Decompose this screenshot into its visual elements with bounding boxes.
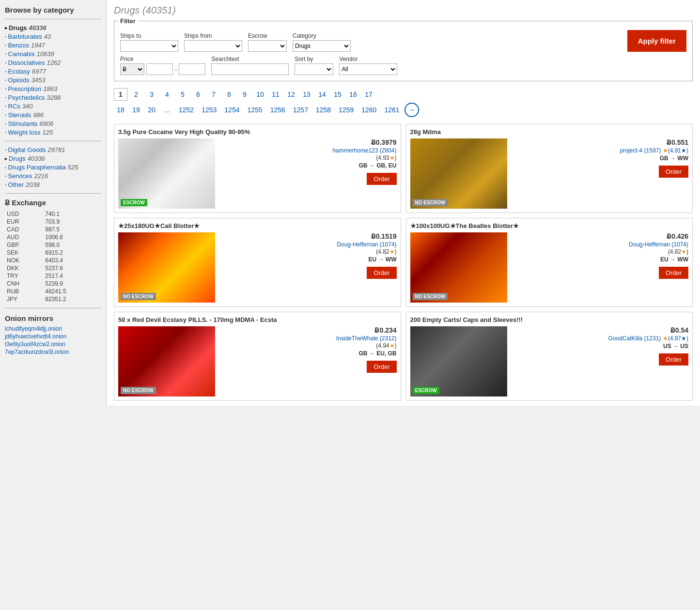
page-link[interactable]: 1259 bbox=[336, 104, 357, 116]
page-link[interactable]: 1256 bbox=[267, 104, 288, 116]
currency-rate: 6403.4 bbox=[43, 257, 101, 264]
page-link[interactable]: 14 bbox=[315, 89, 329, 100]
onion-link[interactable]: lchudifyeqm4ldjj.onion bbox=[5, 325, 101, 332]
sidebar-item-rcs[interactable]: ◦ RCs 340 bbox=[5, 103, 101, 110]
filter-legend: Filter bbox=[118, 17, 138, 25]
sidebar-item-secondary-drugs[interactable]: ▸ Drugs 40336 bbox=[5, 155, 101, 162]
order-button[interactable]: Order bbox=[659, 353, 688, 366]
product-card: ★25x180UG★Cali Blotter★ NO ESCROW Ƀ0.151… bbox=[114, 218, 401, 307]
currency-code: NOK bbox=[5, 257, 43, 264]
order-button[interactable]: Order bbox=[367, 173, 396, 185]
sidebar-item-cannabis[interactable]: ◦ Cannabis 10839 bbox=[5, 50, 101, 58]
sidebar-item-psychedelics[interactable]: ◦ Psychedelics 3288 bbox=[5, 94, 101, 101]
page-link[interactable]: 1261 bbox=[381, 104, 402, 116]
sidebar-item-secondary-other[interactable]: ◦ Other 2038 bbox=[5, 181, 101, 188]
product-vendor[interactable]: Doug-Heffernan (1074) bbox=[219, 241, 397, 248]
page-link[interactable]: 1253 bbox=[199, 104, 219, 116]
sidebar-item-dissociatives[interactable]: ◦ Dissociatives 1262 bbox=[5, 59, 101, 66]
product-vendor[interactable]: hammerhome123 (2804) bbox=[219, 147, 397, 154]
page-link[interactable]: 11 bbox=[269, 89, 282, 100]
product-card: 28g Mdma NO ESCROW Ƀ0.551 project-4 (159… bbox=[406, 124, 693, 213]
product-image: NO ESCROW bbox=[118, 232, 215, 303]
page-link[interactable]: 3 bbox=[145, 89, 158, 100]
page-link[interactable]: 1260 bbox=[358, 104, 379, 116]
bullet-icon: ▸ bbox=[5, 25, 7, 30]
currency-rate: 5239.9 bbox=[43, 280, 101, 288]
ships-to-select[interactable] bbox=[120, 40, 178, 52]
page-link[interactable]: 1252 bbox=[176, 104, 197, 116]
sidebar-item-secondary-digital-goods[interactable]: ◦ Digital Goods 29781 bbox=[5, 146, 101, 153]
product-vendor[interactable]: Doug-Heffernan (1074) bbox=[511, 241, 689, 248]
onion-link[interactable]: 7ep7acrkunzdcw3l.onion bbox=[5, 349, 101, 355]
page-link[interactable]: 1 bbox=[114, 88, 127, 101]
page-link[interactable]: 12 bbox=[284, 89, 298, 100]
page-link[interactable]: 1257 bbox=[290, 104, 311, 116]
product-title: 200 Empty Carts/ Caps and Sleeves!!! bbox=[410, 316, 689, 323]
sidebar-item-ecstasy[interactable]: ◦ Ecstasy 6977 bbox=[5, 68, 101, 75]
category-select[interactable]: Drugs bbox=[293, 40, 351, 52]
onion-link[interactable]: t3e6ly3uoif4zcw2.onion bbox=[5, 341, 101, 348]
sidebar-item-opioids[interactable]: ◦ Opioids 3453 bbox=[5, 76, 101, 84]
price-min-input[interactable] bbox=[146, 63, 173, 75]
product-vendor[interactable]: project-4 (1597) ★(4.91★) bbox=[511, 147, 689, 154]
product-image: NO ESCROW bbox=[410, 232, 507, 303]
onion-links: lchudifyeqm4ldjj.onionjd6yhuwcivehvdt4.o… bbox=[5, 325, 101, 355]
page-link[interactable]: 4 bbox=[160, 89, 174, 100]
page-link[interactable]: 18 bbox=[114, 104, 127, 116]
ships-to-field: Ships to bbox=[120, 32, 178, 52]
page-link[interactable]: 10 bbox=[253, 89, 267, 100]
sidebar-item-weight-loss[interactable]: ◦ Weight loss 125 bbox=[5, 129, 101, 136]
page-link[interactable]: 17 bbox=[362, 89, 375, 100]
price-currency-select[interactable]: Ƀ bbox=[120, 63, 144, 75]
order-button[interactable]: Order bbox=[659, 267, 688, 279]
ships-from-select[interactable] bbox=[184, 40, 242, 52]
page-link[interactable]: 1255 bbox=[244, 104, 265, 116]
sidebar-item-prescription[interactable]: ◦ Prescription 1863 bbox=[5, 85, 101, 92]
escrow-select[interactable] bbox=[248, 40, 287, 52]
exchange-row: CNH 5239.9 bbox=[5, 280, 101, 288]
next-page-arrow[interactable]: → bbox=[404, 103, 419, 117]
sort-by-select[interactable] bbox=[295, 63, 333, 75]
sidebar-item-barbiturates[interactable]: ◦ Barbiturates 43 bbox=[5, 33, 101, 40]
page-link[interactable]: 19 bbox=[129, 104, 143, 116]
onion-link[interactable]: jd6yhuwcivehvdt4.onion bbox=[5, 333, 101, 340]
sidebar-item-steroids[interactable]: ◦ Steroids 986 bbox=[5, 111, 101, 119]
cat-count: 3453 bbox=[31, 76, 46, 84]
product-vendor[interactable]: GoodCatKilla (1231) ★(4.97★) bbox=[511, 335, 689, 342]
sidebar-item-benzos[interactable]: ◦ Benzos 1947 bbox=[5, 42, 101, 49]
sidebar-item-drugs[interactable]: ▸ Drugs 40336 bbox=[5, 24, 101, 31]
product-body: ESCROW Ƀ0.54 GoodCatKilla (1231) ★(4.97★… bbox=[410, 326, 689, 396]
sidebar-item-secondary-services[interactable]: ◦ Services 2216 bbox=[5, 172, 101, 180]
page-link[interactable]: ... bbox=[160, 104, 174, 116]
cat-count: 986 bbox=[33, 111, 44, 119]
cat-label: Digital Goods bbox=[8, 146, 46, 153]
order-button[interactable]: Order bbox=[367, 361, 396, 373]
order-button[interactable]: Order bbox=[367, 267, 396, 279]
page-link[interactable]: 2 bbox=[129, 89, 143, 100]
pagination: 1234567891011121314151617 181920...12521… bbox=[114, 88, 693, 117]
searchtext-input[interactable] bbox=[211, 63, 289, 75]
cat-label: Ecstasy bbox=[8, 68, 31, 75]
escrow-badge: NO ESCROW bbox=[413, 199, 448, 206]
page-link[interactable]: 7 bbox=[207, 89, 220, 100]
page-link[interactable]: 9 bbox=[238, 89, 251, 100]
exchange-table: USD 740.1EUR 703.9CAD 987.5AUD 1006.6GBP… bbox=[5, 210, 101, 303]
product-vendor[interactable]: InsideTheWhale (2312) bbox=[219, 335, 397, 342]
page-link[interactable]: 16 bbox=[346, 89, 360, 100]
page-link[interactable]: 15 bbox=[331, 89, 344, 100]
order-button[interactable]: Order bbox=[659, 166, 688, 178]
page-link[interactable]: 1254 bbox=[221, 104, 242, 116]
onion-title: Onion mirrors bbox=[5, 314, 101, 322]
page-link[interactable]: 8 bbox=[222, 89, 236, 100]
sidebar-item-secondary-drugs-paraphernalia[interactable]: ◦ Drugs Paraphernalia 525 bbox=[5, 164, 101, 171]
vendor-select[interactable]: All bbox=[339, 63, 397, 75]
apply-filter-button[interactable]: Apply filter bbox=[627, 30, 686, 52]
product-title: ★25x180UG★Cali Blotter★ bbox=[118, 222, 397, 229]
sidebar-item-stimulants[interactable]: ◦ Stimulants 6906 bbox=[5, 120, 101, 127]
page-link[interactable]: 13 bbox=[300, 89, 313, 100]
page-link[interactable]: 20 bbox=[145, 104, 158, 116]
page-link[interactable]: 6 bbox=[191, 89, 205, 100]
price-max-input[interactable] bbox=[179, 63, 205, 75]
page-link[interactable]: 5 bbox=[176, 89, 189, 100]
page-link[interactable]: 1258 bbox=[313, 104, 334, 116]
